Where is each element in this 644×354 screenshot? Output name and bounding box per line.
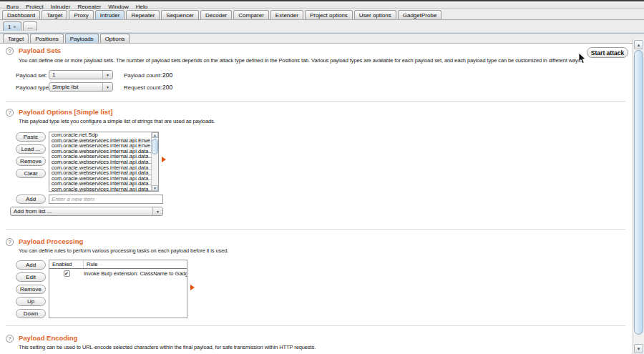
help-icon[interactable]: ? bbox=[6, 47, 14, 55]
payload-list-item[interactable]: com.oracle.webservices.internal.api.data… bbox=[49, 187, 151, 191]
table-row[interactable]: Invoke Burp extension: ClassName to Gadg… bbox=[49, 269, 187, 277]
tab-positions[interactable]: Positions bbox=[30, 34, 63, 43]
payload-list-rows: com.oracle.net.Sdpcom.oracle.webservices… bbox=[49, 132, 151, 191]
request-count-label: Request count: bbox=[124, 84, 162, 91]
column-header-enabled: Enabled bbox=[49, 260, 84, 268]
payloads-panel: ? Payload Sets You can define one or mor… bbox=[0, 44, 633, 354]
mouse-cursor bbox=[578, 53, 586, 64]
processing-rules-table: Enabled Rule Invoke Burp extension: Clas… bbox=[49, 260, 187, 318]
payload-list-item[interactable]: com.oracle.webservices.internal.api.Enve… bbox=[49, 138, 151, 144]
payload-list-item[interactable]: com.oracle.webservices.internal.api.data… bbox=[49, 159, 151, 165]
payload-type-value: Simple list bbox=[49, 83, 102, 91]
enabled-checkbox[interactable] bbox=[64, 270, 70, 277]
scrollbar-thumb[interactable] bbox=[634, 50, 643, 335]
scroll-up-icon[interactable]: ▲ bbox=[152, 132, 158, 138]
payload-list-item[interactable]: com.oracle.webservices.internal.api.data… bbox=[49, 176, 151, 182]
burp-suite-window: BurpProjectIntruderRepeaterWindowHelp Da… bbox=[0, 0, 644, 354]
start-attack-button[interactable]: Start attack bbox=[587, 47, 628, 58]
help-icon[interactable]: ? bbox=[6, 238, 14, 246]
payload-list-item[interactable]: com.oracle.net.Sdp bbox=[49, 132, 151, 138]
tab-repeater[interactable]: Repeater bbox=[126, 10, 160, 19]
tab-target[interactable]: Target bbox=[3, 34, 29, 43]
section-title-payload-sets: Payload Sets bbox=[19, 46, 61, 54]
tab-comparer[interactable]: Comparer bbox=[233, 10, 269, 19]
tab-decoder[interactable]: Decoder bbox=[200, 10, 232, 19]
help-icon[interactable]: ? bbox=[6, 335, 14, 343]
payload-encoding-description: This setting can be used to URL-encode s… bbox=[19, 344, 316, 350]
attack-tab-1[interactable]: 1 × bbox=[3, 21, 21, 31]
payload-sets-description: You can define one or more payload sets.… bbox=[19, 57, 582, 64]
add-from-list-dropdown[interactable]: Add from list ... ▼ bbox=[10, 207, 163, 216]
add-item-button[interactable]: Add bbox=[16, 195, 46, 204]
payload-list-item[interactable]: com.oracle.webservices.internal.api.data… bbox=[49, 154, 151, 159]
section-title-payload-processing: Payload Processing bbox=[19, 237, 83, 245]
tab-payloads[interactable]: Payloads bbox=[65, 34, 99, 43]
payload-count-label: Payload count: bbox=[124, 72, 162, 79]
chevron-down-icon: ▼ bbox=[102, 83, 112, 91]
tab-proxy[interactable]: Proxy bbox=[69, 10, 93, 19]
payload-options-description: This payload type lets you configure a s… bbox=[19, 118, 215, 124]
tab-extender[interactable]: Extender bbox=[270, 10, 303, 19]
payload-list: com.oracle.net.Sdpcom.oracle.webservices… bbox=[49, 132, 159, 192]
tab-user-options[interactable]: User options bbox=[354, 10, 396, 19]
chevron-down-icon: ▼ bbox=[152, 207, 162, 215]
payload-set-label: Payload set: bbox=[16, 72, 47, 79]
table-body: Invoke Burp extension: ClassName to Gadg… bbox=[49, 269, 187, 277]
remove-item-button[interactable]: Remove bbox=[16, 157, 46, 166]
payload-list-item[interactable]: com.oracle.webservices.internal.api.data… bbox=[49, 149, 151, 154]
up-button[interactable]: Up bbox=[16, 297, 46, 306]
payload-list-item[interactable]: com.oracle.webservices.internal.api.Enve… bbox=[49, 143, 151, 149]
tab-sequencer[interactable]: Sequencer bbox=[161, 10, 199, 19]
table-header-row: Enabled Rule bbox=[49, 260, 187, 269]
payload-count-value: 200 bbox=[162, 72, 172, 79]
payload-list-scrollbar[interactable]: ▲ ▼ bbox=[151, 132, 158, 191]
tab-dashboard[interactable]: Dashboard bbox=[2, 10, 40, 19]
section-separator bbox=[6, 229, 625, 230]
load-button[interactable]: Load ... bbox=[16, 144, 46, 154]
list-indicator-arrow-icon bbox=[162, 157, 166, 162]
intruder-view-tab-bar: TargetPositionsPayloadsOptions bbox=[0, 34, 644, 44]
payload-processing-description: You can define rules to perform various … bbox=[19, 247, 228, 254]
payload-set-dropdown[interactable]: 1 ▼ bbox=[49, 70, 113, 79]
scroll-down-icon[interactable]: ▼ bbox=[152, 185, 158, 191]
add-from-list-value: Add from list ... bbox=[11, 207, 152, 215]
tab-target-main[interactable]: Target bbox=[42, 10, 67, 19]
paste-button[interactable]: Paste bbox=[16, 132, 46, 142]
section-title-payload-encoding: Payload Encoding bbox=[19, 334, 77, 342]
tab-intruder[interactable]: Intruder bbox=[95, 10, 125, 19]
payload-type-label: Payload type: bbox=[16, 84, 50, 91]
chevron-down-icon: ▼ bbox=[102, 71, 112, 79]
scrollbar-thumb[interactable] bbox=[152, 139, 158, 154]
down-button[interactable]: Down bbox=[16, 309, 46, 318]
attack-tab-new[interactable]: ... bbox=[23, 21, 38, 31]
table-indicator-arrow-icon bbox=[190, 285, 195, 290]
section-separator bbox=[6, 325, 625, 326]
section-separator bbox=[6, 101, 625, 102]
scroll-down-icon[interactable]: ▼ bbox=[634, 344, 643, 353]
column-header-rule: Rule bbox=[84, 261, 187, 267]
payload-type-dropdown[interactable]: Simple list ▼ bbox=[49, 82, 113, 92]
scroll-up-icon[interactable]: ▲ bbox=[634, 40, 643, 49]
main-tab-bar: DashboardTargetProxyIntruderRepeaterSequ… bbox=[0, 9, 644, 20]
attack-tab-bar: 1 × ... bbox=[0, 20, 644, 31]
remove-rule-button[interactable]: Remove bbox=[16, 285, 46, 294]
add-rule-button[interactable]: Add bbox=[16, 260, 46, 270]
rule-cell: Invoke Burp extension: ClassName to Gadg… bbox=[84, 270, 187, 277]
payload-list-item[interactable]: com.oracle.webservices.internal.api.data… bbox=[49, 170, 151, 176]
tab-options[interactable]: Options bbox=[100, 34, 130, 43]
vertical-scrollbar[interactable]: ▲ ▼ bbox=[633, 39, 644, 354]
payload-list-item[interactable]: com.oracle.webservices.internal.api.data… bbox=[49, 181, 151, 187]
edit-rule-button[interactable]: Edit bbox=[16, 272, 46, 282]
tab-project-options[interactable]: Project options bbox=[305, 10, 353, 19]
section-title-payload-options: Payload Options [Simple list] bbox=[19, 108, 112, 116]
payload-set-value: 1 bbox=[49, 71, 102, 79]
payload-list-item[interactable]: com.oracle.webservices.internal.api.data… bbox=[49, 165, 151, 171]
help-icon[interactable]: ? bbox=[6, 109, 14, 117]
close-icon[interactable]: × bbox=[13, 25, 16, 29]
request-count-value: 200 bbox=[162, 84, 172, 91]
clear-button[interactable]: Clear bbox=[16, 169, 46, 178]
new-item-input[interactable] bbox=[49, 195, 163, 204]
menu-bar: BurpProjectIntruderRepeaterWindowHelp bbox=[0, 0, 644, 9]
tab-gadgetprobe[interactable]: GadgetProbe bbox=[398, 10, 442, 19]
